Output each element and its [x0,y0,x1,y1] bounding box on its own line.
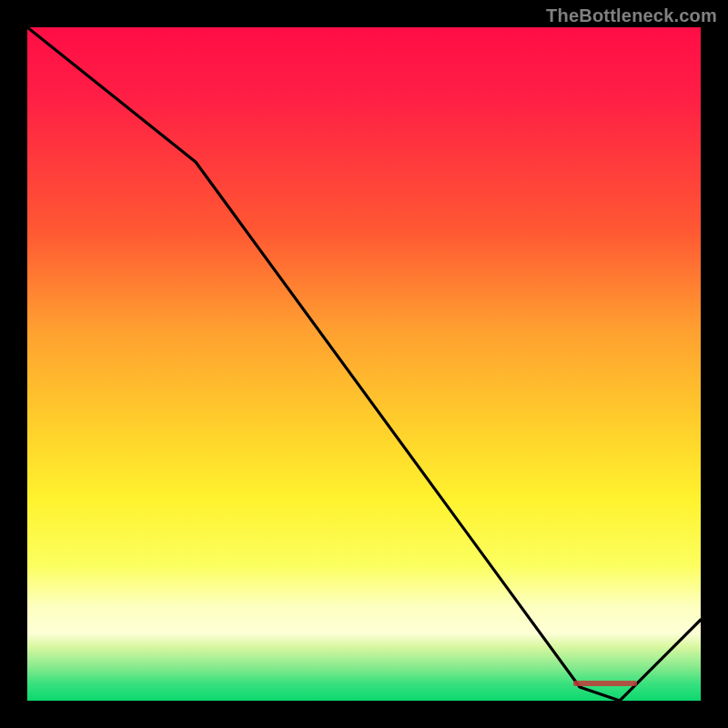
curve-path [27,27,701,701]
bottleneck-curve [27,27,701,701]
watermark-text: TheBottleneck.com [546,5,717,26]
min-marker [573,681,637,686]
chart-frame: TheBottleneck.com [0,0,728,728]
